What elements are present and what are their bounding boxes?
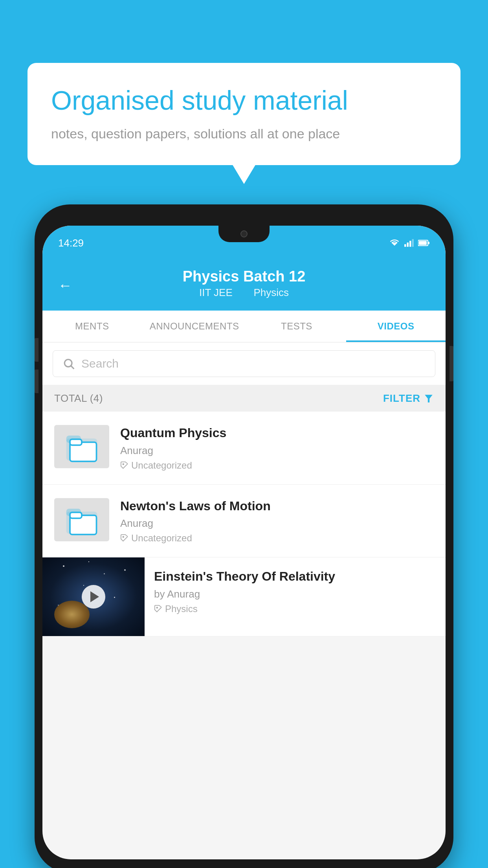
video-info-3: Einstein's Theory Of Relativity by Anura… [145, 557, 446, 625]
back-button[interactable]: ← [58, 277, 72, 294]
search-placeholder: Search [81, 357, 119, 370]
video-thumbnail-3 [42, 557, 145, 636]
tag-text-1: Uncategorized [131, 460, 192, 471]
volume-up-button [35, 338, 39, 362]
tabs-bar: MENTS ANNOUNCEMENTS TESTS VIDEOS [42, 311, 446, 342]
video-tag-2: Uncategorized [120, 533, 434, 544]
tag-icon [120, 461, 129, 470]
filter-label: FILTER [383, 392, 420, 405]
svg-rect-3 [409, 241, 411, 247]
tab-ments[interactable]: MENTS [42, 311, 142, 342]
volume-down-button [35, 370, 39, 393]
video-title-2: Newton's Laws of Motion [120, 498, 434, 515]
play-triangle-icon [90, 591, 99, 602]
tag-icon [120, 534, 129, 542]
video-tag-3: Physics [154, 603, 436, 614]
search-icon [62, 357, 75, 370]
folder-icon [64, 502, 99, 537]
svg-rect-1 [404, 244, 406, 247]
svg-rect-19 [70, 512, 82, 518]
signal-icon [404, 239, 414, 247]
filter-row: TOTAL (4) FILTER [42, 385, 446, 412]
list-item[interactable]: Quantum Physics Anurag Uncategorized [42, 412, 446, 485]
tag-text-3: Physics [165, 603, 198, 614]
video-author-3: by Anurag [154, 588, 436, 600]
svg-rect-4 [412, 239, 414, 247]
tab-videos[interactable]: VIDEOS [346, 311, 446, 342]
video-title-1: Quantum Physics [120, 425, 434, 441]
batch-subtitle: IIT JEE Physics [58, 287, 430, 299]
notch [218, 226, 270, 242]
video-info-1: Quantum Physics Anurag Uncategorized [120, 425, 434, 471]
video-thumbnail-1 [54, 425, 109, 468]
svg-rect-14 [70, 439, 82, 445]
tag-text-2: Uncategorized [131, 533, 192, 544]
author-prefix: by [154, 588, 165, 600]
total-count: TOTAL (4) [54, 392, 103, 405]
svg-marker-10 [425, 395, 433, 403]
subtitle-physics: Physics [253, 287, 289, 298]
svg-point-8 [64, 359, 72, 367]
subtitle-separator [242, 287, 247, 298]
search-bar[interactable]: Search [53, 350, 435, 377]
subtitle-iitjee: IIT JEE [199, 287, 233, 298]
app-header: ← Physics Batch 12 IIT JEE Physics [42, 260, 446, 311]
status-bar: 14:29 [42, 226, 446, 260]
speech-bubble: Organised study material notes, question… [28, 63, 460, 165]
list-item[interactable]: Einstein's Theory Of Relativity by Anura… [42, 557, 446, 636]
camera [240, 230, 248, 237]
folder-icon [64, 429, 99, 464]
svg-rect-2 [407, 243, 409, 247]
tag-icon [154, 605, 163, 613]
video-title-3: Einstein's Theory Of Relativity [154, 568, 436, 585]
tab-announcements[interactable]: ANNOUNCEMENTS [142, 311, 247, 342]
list-item[interactable]: Newton's Laws of Motion Anurag Uncategor… [42, 485, 446, 558]
video-author-1: Anurag [120, 445, 434, 457]
svg-line-9 [71, 366, 74, 369]
svg-rect-6 [428, 242, 429, 244]
author-name-3: Anurag [167, 588, 200, 600]
status-time: 14:29 [58, 237, 84, 249]
phone-frame: 14:29 [35, 204, 453, 868]
tab-tests[interactable]: TESTS [247, 311, 347, 342]
svg-marker-0 [392, 243, 397, 246]
wifi-icon [389, 239, 400, 247]
video-list: Quantum Physics Anurag Uncategorized [42, 412, 446, 636]
battery-icon [418, 239, 430, 247]
play-button[interactable] [82, 585, 105, 609]
status-icons [389, 239, 430, 247]
video-thumbnail-2 [54, 498, 109, 541]
phone-screen: 14:29 [42, 226, 446, 859]
video-tag-1: Uncategorized [120, 460, 434, 471]
filter-button[interactable]: FILTER [383, 392, 434, 405]
video-author-2: Anurag [120, 517, 434, 530]
bubble-subtitle: notes, question papers, solutions all at… [51, 126, 437, 142]
bubble-title: Organised study material [51, 85, 437, 117]
power-button [449, 346, 453, 381]
svg-rect-7 [419, 241, 427, 245]
filter-funnel-icon [424, 394, 434, 404]
video-info-2: Newton's Laws of Motion Anurag Uncategor… [120, 498, 434, 544]
svg-point-21 [156, 607, 158, 608]
speech-bubble-section: Organised study material notes, question… [28, 63, 460, 165]
batch-title: Physics Batch 12 [58, 268, 430, 285]
svg-point-15 [123, 463, 124, 465]
svg-point-20 [123, 537, 124, 538]
search-bar-container: Search [42, 342, 446, 385]
